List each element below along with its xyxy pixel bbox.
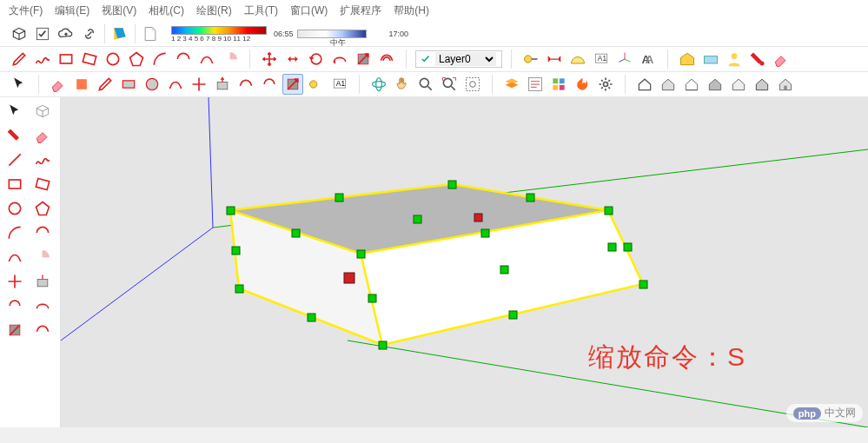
rotated-rect-icon[interactable] <box>79 49 100 69</box>
menu-draw[interactable]: 绘图(R) <box>196 3 232 18</box>
select-tool-icon[interactable] <box>9 74 30 95</box>
scale2-icon[interactable] <box>282 74 303 95</box>
paint-tool-icon[interactable] <box>747 49 768 69</box>
zoom-icon[interactable] <box>415 74 436 95</box>
rotate-side-icon[interactable] <box>2 294 28 318</box>
warehouse-icon[interactable] <box>677 49 698 69</box>
menu-camera[interactable]: 相机(C) <box>149 3 184 18</box>
poly-side-icon[interactable] <box>30 196 56 221</box>
cube-side-icon[interactable] <box>30 99 56 123</box>
component-icon[interactable] <box>700 49 721 69</box>
component-browser-icon[interactable] <box>548 74 569 95</box>
arc2-side-icon[interactable] <box>30 221 56 245</box>
rotrect-side-icon[interactable] <box>30 172 56 196</box>
house6-icon[interactable] <box>752 74 772 95</box>
house4-icon[interactable] <box>705 74 726 95</box>
freehand-side-icon[interactable] <box>30 148 56 172</box>
house7-icon[interactable] <box>775 74 796 95</box>
rect2-icon[interactable] <box>118 74 139 95</box>
red-grip[interactable] <box>474 214 482 222</box>
menu-help[interactable]: 帮助(H) <box>394 3 429 18</box>
house2-icon[interactable] <box>658 74 679 95</box>
cube-icon[interactable] <box>9 23 30 44</box>
origin-grip[interactable] <box>344 273 354 283</box>
viewport-3d[interactable]: 缩放命令：S php 中文网 <box>61 97 868 427</box>
arc2-tool-icon[interactable] <box>173 49 194 69</box>
pencil2-icon[interactable] <box>95 74 116 95</box>
polygon-tool-icon[interactable] <box>126 49 147 69</box>
scale-side-icon[interactable] <box>2 318 28 342</box>
menu-extensions[interactable]: 扩展程序 <box>340 3 381 18</box>
link-icon[interactable] <box>79 23 100 44</box>
color-gradient[interactable] <box>171 26 267 35</box>
followme-icon[interactable] <box>329 49 350 69</box>
arc-side-icon[interactable] <box>2 221 28 245</box>
arc4-icon[interactable] <box>165 74 186 95</box>
rotate-tool-icon[interactable] <box>306 49 327 69</box>
layer-dropdown[interactable]: Layer0 <box>415 50 502 68</box>
settings-icon[interactable] <box>595 74 616 95</box>
move-side-icon[interactable] <box>2 269 28 294</box>
house3-icon[interactable] <box>681 74 702 95</box>
circle-tool-icon[interactable] <box>103 49 123 69</box>
move2-icon[interactable] <box>189 74 209 95</box>
menu-tools[interactable]: 工具(T) <box>244 3 278 18</box>
freehand-icon[interactable] <box>32 49 53 69</box>
colorpaint-icon[interactable] <box>71 74 92 95</box>
orbit-icon[interactable] <box>368 74 389 95</box>
pencil-red-icon[interactable] <box>9 49 30 69</box>
pushpull-icon[interactable] <box>282 49 303 69</box>
menu-edit[interactable]: 编辑(E) <box>55 3 89 18</box>
offset-tool-icon[interactable] <box>376 49 397 69</box>
followme-side-icon[interactable] <box>30 294 56 318</box>
menu-view[interactable]: 视图(V) <box>102 3 136 18</box>
house1-icon[interactable] <box>634 74 655 95</box>
cloud-up-icon[interactable] <box>56 23 76 44</box>
pie-side-icon[interactable] <box>30 245 56 269</box>
pie-tool-icon[interactable] <box>220 49 241 69</box>
house5-icon[interactable] <box>728 74 749 95</box>
people-icon[interactable] <box>724 49 745 69</box>
line-side-icon[interactable] <box>2 148 28 172</box>
offset2-icon[interactable] <box>235 74 256 95</box>
text2-icon[interactable]: A1 <box>329 74 350 95</box>
arc3-tool-icon[interactable] <box>196 49 217 69</box>
arc3-side-icon[interactable] <box>2 245 28 269</box>
outliner-icon[interactable] <box>525 74 546 95</box>
pushpull2-icon[interactable] <box>212 74 233 95</box>
toolbar-row-2: Layer0 A1 AA <box>0 47 868 72</box>
paper-icon[interactable] <box>140 23 161 44</box>
tape-tool-icon[interactable] <box>520 49 541 69</box>
layer-select[interactable]: Layer0 <box>435 52 496 66</box>
swatch-icon[interactable] <box>109 23 130 44</box>
fire-icon[interactable] <box>572 74 593 95</box>
eraser-tool-icon[interactable] <box>771 49 792 69</box>
tape2-icon[interactable] <box>306 74 327 95</box>
axes-tool-icon[interactable] <box>614 49 635 69</box>
paint-side-icon[interactable] <box>2 123 28 148</box>
eraser-side-icon[interactable] <box>30 123 56 148</box>
pan-icon[interactable] <box>392 74 413 95</box>
layers-mgr-icon[interactable] <box>501 74 522 95</box>
offset-side-icon[interactable] <box>30 318 56 342</box>
rect-side-icon[interactable] <box>2 172 28 196</box>
rect-tool-icon[interactable] <box>56 49 76 69</box>
zoom-window-icon[interactable] <box>462 74 483 95</box>
circle2-icon[interactable] <box>142 74 162 95</box>
arc-tool-icon[interactable] <box>149 49 170 69</box>
text-tool-icon[interactable]: A1 <box>591 49 612 69</box>
scale-tool-icon[interactable] <box>353 49 374 69</box>
eraser2-icon[interactable] <box>48 74 69 95</box>
menu-file[interactable]: 文件(F) <box>9 3 43 18</box>
circle-side-icon[interactable] <box>2 196 28 221</box>
dimension-tool-icon[interactable] <box>544 49 565 69</box>
3dtext-tool-icon[interactable]: AA <box>638 49 659 69</box>
zoom-extents-icon[interactable] <box>439 74 460 95</box>
rotate2-icon[interactable] <box>259 74 280 95</box>
protractor-tool-icon[interactable] <box>567 49 588 69</box>
move-tool-icon[interactable] <box>259 49 280 69</box>
menu-window[interactable]: 窗口(W) <box>290 3 328 18</box>
pushpull-side-icon[interactable] <box>30 269 56 294</box>
select-side-icon[interactable] <box>2 99 28 123</box>
check-icon[interactable] <box>32 23 53 44</box>
